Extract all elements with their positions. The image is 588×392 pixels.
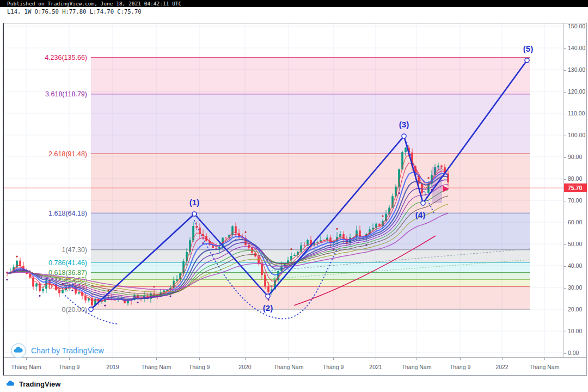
candle-body xyxy=(215,248,217,248)
fractal-marker xyxy=(153,286,155,287)
candle-body xyxy=(424,193,426,193)
price-axis[interactable]: 150.00140.00130.00120.00110.00100.0090.0… xyxy=(564,23,587,357)
fib-level-label: 1.618(64.18) xyxy=(48,210,87,217)
time-axis-tick xyxy=(289,358,289,360)
fractal-marker xyxy=(137,302,138,303)
fractal-marker xyxy=(382,215,383,217)
time-axis-tick xyxy=(333,358,334,360)
time-axis-tick xyxy=(376,358,376,360)
price-axis-label: 20.00 xyxy=(564,306,587,313)
time-axis-tick xyxy=(245,358,246,360)
price-axis-label: 80.00 xyxy=(564,175,587,182)
wave-point-handle[interactable] xyxy=(525,58,529,63)
published-text: Published on TradingView.com, June 18, 2… xyxy=(7,1,181,7)
fib-level-label: 1(47.30) xyxy=(62,246,87,254)
footer-bar: TradingView xyxy=(0,376,588,392)
fractal-marker xyxy=(267,299,269,301)
last-price-badge: 75.70 xyxy=(564,183,587,192)
time-axis-label: Tháng Năm xyxy=(530,364,560,370)
time-axis-label: Tháng 9 xyxy=(59,364,80,370)
fib-level-label: 3.618(118.79) xyxy=(45,90,87,98)
candle-body xyxy=(42,289,44,291)
time-axis-tick xyxy=(156,358,157,360)
fractal-marker xyxy=(104,305,106,307)
time-axis-tick xyxy=(199,358,200,360)
price-axis-label: 40.00 xyxy=(564,262,587,269)
candle-body xyxy=(58,290,60,293)
wave-point-handle[interactable] xyxy=(192,212,197,216)
fib-band xyxy=(91,273,530,280)
chart-watermark[interactable]: Chart by TradingView xyxy=(11,343,104,358)
fib-band xyxy=(91,262,530,272)
wave-point-handle[interactable] xyxy=(402,134,406,138)
candle-body xyxy=(78,292,80,293)
wave-label: (1) xyxy=(189,198,199,207)
fractal-marker xyxy=(427,177,429,179)
fib-level-label: 4.236(135.66) xyxy=(45,54,87,62)
price-axis-label: 130.00 xyxy=(564,66,587,73)
candle-body xyxy=(62,290,64,293)
wave-point-handle[interactable] xyxy=(89,307,93,311)
time-axis-label: Tháng 9 xyxy=(323,364,344,370)
wave-point-handle[interactable] xyxy=(421,201,425,205)
price-axis-label: 150.00 xyxy=(564,23,587,29)
fib-band xyxy=(91,154,530,213)
time-axis-label: 2019 xyxy=(106,364,119,370)
time-axis-tick xyxy=(113,358,113,360)
fib-band xyxy=(91,279,530,286)
tradingview-cloud-icon xyxy=(11,343,26,358)
candle-body xyxy=(35,284,38,287)
time-axis-label: Tháng Năm xyxy=(274,364,304,370)
time-axis-label: 2021 xyxy=(369,364,382,370)
time-axis[interactable]: Tháng NămTháng 92019Tháng NămTháng 92020… xyxy=(4,357,586,376)
chart-plot-area[interactable]: 4.236(135.66)3.618(118.79)2.618(91.48)1.… xyxy=(4,23,564,357)
price-axis-label: 60.00 xyxy=(564,219,587,225)
time-axis-tick xyxy=(460,358,461,360)
fib-band xyxy=(91,57,530,94)
price-axis-label: 120.00 xyxy=(564,88,587,95)
time-axis-tick xyxy=(416,358,417,360)
fractal-marker xyxy=(16,256,17,258)
wave-label: (5) xyxy=(523,44,533,53)
tradingview-logo-icon[interactable] xyxy=(5,378,16,389)
time-axis-label: 2020 xyxy=(238,364,251,370)
price-axis-label: 50.00 xyxy=(564,241,587,247)
time-axis-label: Tháng Năm xyxy=(11,364,41,370)
wave-label: (3) xyxy=(399,120,409,129)
price-axis-label: 0.00 xyxy=(564,350,587,356)
time-axis-label: Tháng Năm xyxy=(142,364,171,370)
candle-body xyxy=(267,286,270,292)
price-chart-svg[interactable]: 4.236(135.66)3.618(118.79)2.618(91.48)1.… xyxy=(4,23,564,357)
time-axis-tick xyxy=(544,358,545,360)
fractal-marker xyxy=(39,295,40,297)
price-axis-label: 90.00 xyxy=(564,154,587,160)
time-axis-label: Tháng 9 xyxy=(450,364,471,370)
wave-label: (4) xyxy=(415,210,425,219)
price-axis-label: 140.00 xyxy=(564,45,587,51)
time-axis-tick xyxy=(502,358,503,360)
candle-body xyxy=(39,284,41,291)
fib-level-label: 0.786(41.46) xyxy=(48,259,87,267)
candle-body xyxy=(101,302,103,302)
fib-level-label: 0(20.00) xyxy=(62,306,87,314)
price-axis-label: 100.00 xyxy=(564,132,587,138)
fractal-marker xyxy=(169,295,171,297)
wave-point-handle[interactable] xyxy=(266,294,270,298)
published-bar: Published on TradingView.com, June 18, 2… xyxy=(0,0,588,7)
fractal-marker xyxy=(6,279,8,280)
fractal-marker xyxy=(244,231,246,233)
footer-brand-label[interactable]: TradingView xyxy=(19,380,60,388)
price-axis-label: 70.00 xyxy=(564,197,587,204)
fractal-marker xyxy=(336,228,338,230)
fractal-marker xyxy=(71,290,73,291)
wave-label: (2) xyxy=(263,303,273,313)
candle-body xyxy=(176,279,178,281)
price-axis-label: 10.00 xyxy=(564,328,587,334)
price-axis-label: 30.00 xyxy=(564,284,587,291)
candle-body xyxy=(405,148,407,152)
chart-frame: 4.236(135.66)3.618(118.79)2.618(91.48)1.… xyxy=(3,23,587,376)
time-axis-label: Tháng 9 xyxy=(189,364,210,370)
candle-body xyxy=(195,226,198,228)
ohlc-text: L14, 1W O:76.50 H:77.80 L:74.70 C:75.70 xyxy=(7,8,142,15)
fractal-marker xyxy=(290,248,292,250)
